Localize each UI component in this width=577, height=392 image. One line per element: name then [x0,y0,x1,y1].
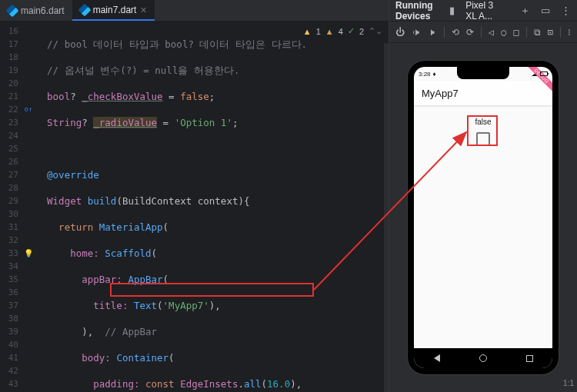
overview-icon[interactable]: □ [513,27,519,38]
code-content[interactable]: // bool 데이터 타입과 bool? 데이터 타입은 다르다. // 옵셔… [35,22,389,392]
dart-file-icon [78,3,91,16]
volume-up-icon[interactable]: 🕩 [412,27,421,38]
device-notch [457,67,509,79]
volume-down-icon[interactable]: 🕨 [428,27,437,38]
app-bar: MyApp7 [414,81,552,105]
screenshot-icon[interactable]: ⧉ [534,27,541,38]
editor-pane: main6.dart main7.dart × ▲1 ▲4 ✓2 ⌃⌄ 1617… [0,0,389,392]
device-stage: DEBUG 3:28 ♦ MyApp7 false [389,43,577,392]
close-icon[interactable]: × [140,5,146,15]
panel-menu-icon[interactable]: ▭ [541,5,550,16]
code-analysis-indicator[interactable]: ▲1 ▲4 ✓2 ⌃⌄ [303,26,382,36]
zoom-indicator[interactable]: 1:1 [563,379,574,387]
rotate-left-icon[interactable]: ⟲ [452,27,459,38]
editor-tabs: main6.dart main7.dart × [0,0,389,22]
warning-icon: ▲ [325,27,334,36]
device-screen[interactable]: DEBUG 3:28 ♦ MyApp7 false [414,67,552,368]
more-icon[interactable]: ⋮ [561,5,571,16]
lightbulb-icon[interactable]: 💡 [22,247,35,260]
line-number-gutter: 1617181920212223242526272829303132333435… [0,22,22,392]
status-time: 3:28 [419,71,431,78]
record-icon[interactable]: ⊡ [548,27,553,38]
app-body: false [414,105,552,158]
panel-title: Running Devices [395,0,439,22]
code-area[interactable]: ▲1 ▲4 ✓2 ⌃⌄ 1617181920212223242526272829… [0,22,389,392]
error-icon: ▲ [303,27,312,36]
nav-overview-icon[interactable] [526,355,533,362]
nav-back-icon[interactable] [434,354,440,362]
device-panel-header: Running Devices ▮ Pixel 3 XL A... ＋ ▭ ⋮ [389,0,577,22]
tab-main6[interactable]: main6.dart [0,0,72,21]
android-navbar [414,348,552,368]
power-icon[interactable]: ⏻ [395,27,405,38]
device-frame: DEBUG 3:28 ♦ MyApp7 false [408,61,559,374]
battery-icon [540,71,548,76]
app-title: MyApp7 [422,88,459,99]
device-name[interactable]: Pixel 3 XL A... [465,0,499,22]
tab-label: main7.dart [93,5,137,15]
tab-label: main6.dart [21,5,65,16]
device-toolbar: ⏻ 🕩 🕨 ⟲ ⟳ ◁ ○ □ ⧉ ⊡ ⁝ [389,22,577,43]
chevron-up-down-icon[interactable]: ⌃⌄ [369,26,382,36]
add-device-icon[interactable]: ＋ [520,4,530,18]
home-icon[interactable]: ○ [501,27,506,38]
app-checkbox[interactable] [476,132,490,146]
check-icon: ✓ [348,26,355,36]
back-icon[interactable]: ◁ [489,27,494,38]
nav-home-icon[interactable] [479,354,487,362]
icon-gutter: o↑ 💡 [22,22,35,392]
running-devices-panel: Running Devices ▮ Pixel 3 XL A... ＋ ▭ ⋮ … [389,0,577,392]
override-marker-icon[interactable]: o↑ [22,103,35,116]
dart-file-icon [6,4,19,17]
settings-icon[interactable]: ⁝ [568,27,571,38]
checkbox-value-text: false [426,118,540,126]
phone-icon: ▮ [449,5,455,16]
rotate-right-icon[interactable]: ⟳ [466,27,474,38]
tab-main7[interactable]: main7.dart × [72,0,155,21]
minimap-scrollbar[interactable] [384,43,389,392]
